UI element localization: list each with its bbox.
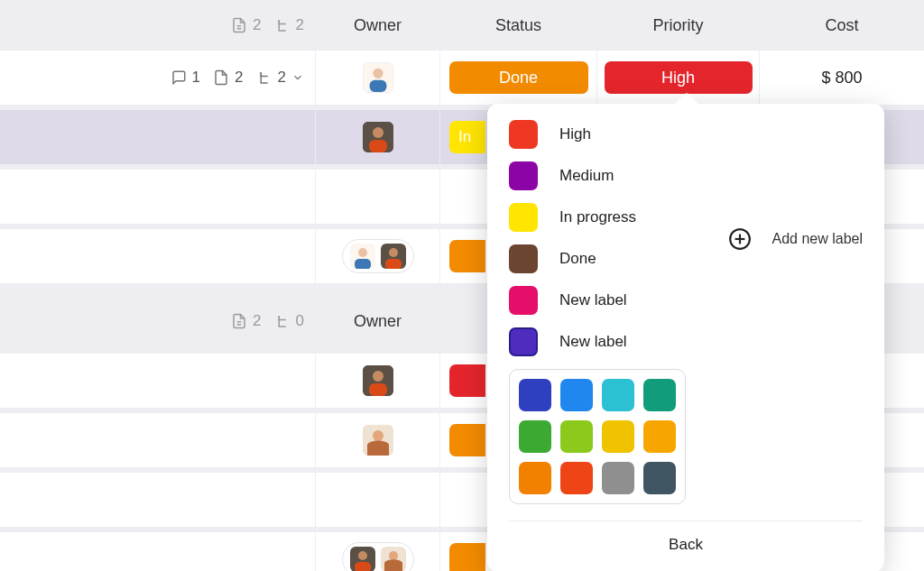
subitems-meta[interactable]: 2: [256, 69, 304, 87]
svg-rect-23: [355, 562, 371, 571]
plus-circle-icon: [728, 227, 752, 251]
label-swatch: [509, 244, 538, 273]
avatar-group[interactable]: [342, 542, 414, 571]
comments-meta[interactable]: 1: [171, 69, 200, 87]
palette-color[interactable]: [602, 379, 634, 411]
label-swatch: [509, 161, 538, 190]
file-icon: [231, 313, 247, 329]
add-new-label-button[interactable]: Add new label: [728, 120, 863, 356]
status-summary-stub: [449, 543, 485, 571]
svg-point-22: [358, 551, 367, 560]
status-stub[interactable]: [449, 424, 485, 456]
priority-header[interactable]: Priority: [597, 0, 760, 51]
add-new-label-text: Add new label: [772, 231, 863, 247]
label-option[interactable]: High: [509, 120, 701, 149]
group-meta-cell: 2 2: [0, 0, 316, 51]
avatar-group[interactable]: [342, 239, 414, 273]
label-text: New label: [559, 333, 627, 351]
palette-color[interactable]: [560, 462, 593, 494]
avatar[interactable]: [363, 122, 393, 152]
svg-rect-10: [355, 259, 371, 269]
status-pill-partial[interactable]: In: [449, 121, 485, 153]
priority-label-popover[interactable]: HighMediumIn progressDoneNew labelNew la…: [487, 104, 884, 571]
files-meta: 2: [231, 16, 261, 34]
svg-rect-13: [385, 259, 402, 269]
label-swatch: [509, 120, 538, 149]
avatar: [381, 547, 406, 571]
palette-color[interactable]: [519, 462, 551, 494]
cost-header[interactable]: Cost: [760, 0, 924, 51]
palette-color[interactable]: [643, 420, 676, 453]
svg-rect-4: [369, 80, 386, 92]
avatar: [350, 547, 375, 571]
owner-cell[interactable]: [316, 354, 440, 408]
status-cell[interactable]: Done: [440, 51, 597, 105]
subitems-icon: [274, 313, 291, 329]
svg-point-12: [389, 248, 398, 257]
cost-cell[interactable]: $ 800: [760, 51, 924, 105]
status-header[interactable]: Status: [440, 0, 597, 51]
avatar[interactable]: [363, 365, 393, 396]
palette-color[interactable]: [519, 420, 551, 453]
back-button[interactable]: Back: [509, 520, 863, 565]
owner-cell[interactable]: [316, 110, 440, 164]
group-meta-cell: 2 0: [0, 289, 316, 354]
owner-header[interactable]: Owner: [316, 0, 440, 51]
palette-color[interactable]: [560, 379, 593, 411]
chevron-down-icon[interactable]: [291, 71, 304, 84]
svg-point-3: [373, 69, 383, 78]
svg-rect-18: [369, 383, 387, 396]
label-text: High: [559, 125, 591, 143]
owner-summary[interactable]: [316, 532, 440, 571]
label-option[interactable]: Medium: [509, 161, 701, 190]
avatar: [381, 244, 406, 269]
label-swatch: [509, 327, 538, 356]
owner-header[interactable]: Owner: [316, 289, 440, 354]
subitems-icon: [256, 69, 273, 86]
label-list: HighMediumIn progressDoneNew labelNew la…: [509, 120, 701, 356]
priority-pill-high[interactable]: High: [605, 61, 753, 94]
table-row[interactable]: 1 2 2 Done High $ 800: [0, 51, 924, 105]
status-partial-text: In: [458, 128, 471, 146]
label-option[interactable]: New label: [509, 286, 701, 315]
avatar[interactable]: [363, 62, 393, 93]
label-option[interactable]: Done: [509, 244, 701, 273]
cost-value: $ 800: [821, 69, 862, 87]
palette-color[interactable]: [643, 462, 676, 494]
label-option[interactable]: In progress: [509, 203, 701, 232]
palette-color[interactable]: [643, 379, 676, 411]
avatar: [350, 244, 375, 269]
subitems-count: 0: [296, 312, 304, 330]
owner-cell[interactable]: [316, 413, 440, 467]
svg-rect-7: [369, 140, 387, 152]
owner-summary[interactable]: [316, 229, 440, 283]
svg-point-20: [373, 430, 383, 441]
comment-icon: [171, 69, 187, 86]
file-icon: [231, 17, 247, 33]
owner-cell[interactable]: [316, 51, 440, 105]
label-option[interactable]: New label: [509, 327, 701, 356]
color-palette: [509, 369, 686, 504]
label-text: Medium: [559, 167, 614, 185]
status-stub[interactable]: [449, 364, 485, 397]
files-meta: 2: [231, 312, 261, 330]
label-text: Done: [559, 250, 596, 268]
avatar[interactable]: [363, 425, 393, 456]
file-icon: [213, 69, 229, 86]
svg-point-17: [373, 371, 383, 382]
palette-color[interactable]: [519, 379, 551, 411]
files-meta[interactable]: 2: [213, 69, 243, 87]
palette-color[interactable]: [560, 420, 593, 453]
files-count: 2: [253, 16, 261, 34]
files-count: 2: [253, 312, 261, 330]
status-pill-done[interactable]: Done: [449, 61, 588, 94]
palette-color[interactable]: [602, 462, 634, 494]
comments-count: 1: [192, 69, 200, 87]
svg-point-6: [373, 127, 383, 138]
priority-cell[interactable]: High: [597, 51, 760, 105]
svg-point-25: [389, 551, 398, 560]
files-count: 2: [235, 69, 243, 87]
subitems-count: 2: [278, 69, 286, 87]
label-swatch: [509, 203, 538, 232]
palette-color[interactable]: [602, 420, 634, 453]
